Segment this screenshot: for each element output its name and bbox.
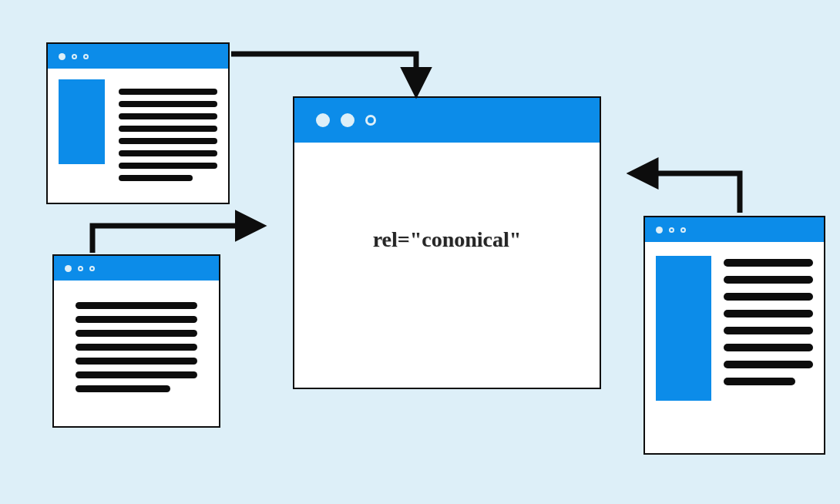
- window-dot-icon: [316, 113, 330, 127]
- titlebar: [294, 98, 600, 143]
- window-canonical: rel="cononical": [293, 96, 601, 389]
- text-lines: [724, 256, 813, 401]
- window-content: [54, 281, 219, 406]
- window-dot-icon: [365, 115, 376, 126]
- window-dot-icon: [65, 265, 72, 272]
- window-dot-icon: [59, 53, 66, 60]
- arrow-tl-to-center: [231, 54, 416, 91]
- window-dot-icon: [89, 266, 95, 271]
- window-dot-icon: [656, 227, 663, 234]
- window-dot-icon: [78, 266, 83, 271]
- arrow-bl-to-center: [92, 226, 259, 253]
- window-dot-icon: [83, 54, 89, 59]
- window-dot-icon: [341, 113, 354, 127]
- content-block: [656, 256, 711, 401]
- content-block: [59, 79, 105, 164]
- window-dot-icon: [72, 54, 77, 59]
- window-bottom-left: [52, 254, 220, 428]
- window-dot-icon: [669, 227, 674, 233]
- arrow-right-to-center: [634, 173, 740, 213]
- titlebar: [54, 256, 219, 281]
- titlebar: [645, 217, 824, 242]
- window-content: [645, 242, 824, 415]
- window-content: rel="cononical": [294, 143, 600, 388]
- titlebar: [48, 44, 228, 69]
- window-dot-icon: [680, 227, 686, 233]
- window-right: [643, 216, 825, 455]
- window-content: [48, 69, 228, 192]
- window-top-left: [46, 42, 230, 204]
- text-lines: [119, 79, 217, 181]
- canonical-label: rel="cononical": [373, 227, 522, 252]
